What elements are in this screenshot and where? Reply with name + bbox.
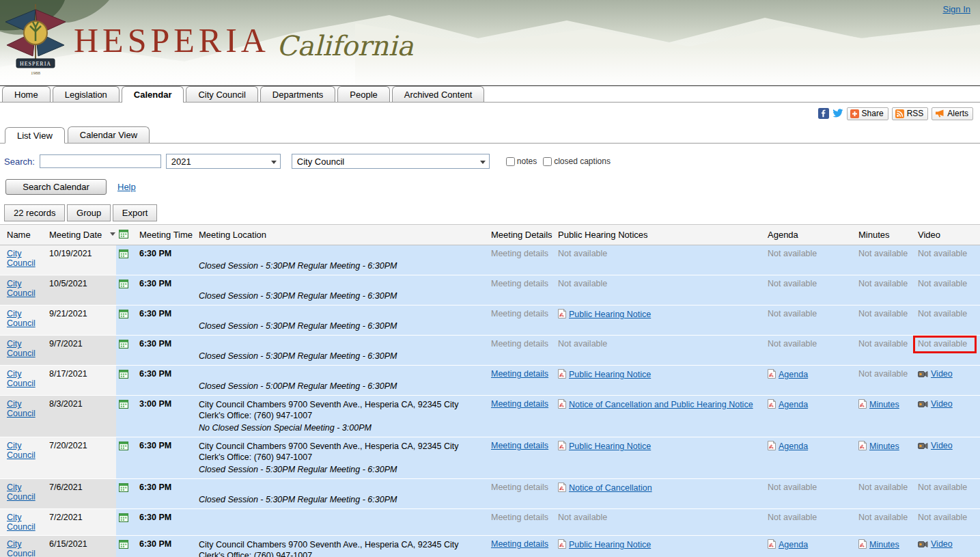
share-button[interactable]: Share: [847, 107, 888, 120]
alerts-button[interactable]: Alerts: [932, 107, 973, 120]
export-calendar-icon[interactable]: [119, 309, 128, 321]
help-link[interactable]: Help: [117, 182, 136, 192]
minutes-link[interactable]: Minutes: [869, 441, 899, 451]
meeting-location-note: Closed Session - 5:30PM Regular Meeting …: [199, 464, 486, 475]
agenda-link[interactable]: Agenda: [779, 441, 808, 451]
export-calendar-icon[interactable]: [119, 399, 128, 411]
agenda-link[interactable]: Agenda: [779, 540, 808, 549]
export-calendar-icon[interactable]: [119, 513, 128, 524]
agenda-link[interactable]: Agenda: [779, 370, 808, 379]
table-header-row: Name Meeting Date Meeting Time Meeting L…: [0, 225, 980, 245]
nav-tab-archived-content[interactable]: Archived Content: [392, 86, 485, 102]
public-hearing-notice-link[interactable]: Public Hearing Notice: [569, 370, 651, 379]
export-calendar-icon[interactable]: [119, 249, 128, 260]
col-header-meeting-location[interactable]: Meeting Location: [196, 225, 488, 245]
meeting-name-link[interactable]: City Council: [7, 369, 36, 388]
export-calendar-icon[interactable]: [119, 441, 128, 452]
meeting-details-link[interactable]: Meeting details: [491, 399, 548, 409]
minutes-link[interactable]: Minutes: [869, 540, 899, 549]
meeting-name-link[interactable]: City Council: [7, 309, 36, 328]
calendar-table: Name Meeting Date Meeting Time Meeting L…: [0, 224, 980, 557]
meeting-location: [199, 513, 486, 523]
table-row: City Council 7/20/2021 6:30 PM City Coun…: [0, 437, 980, 479]
meeting-details-link[interactable]: Meeting details: [491, 441, 548, 450]
video-link[interactable]: Video: [931, 369, 953, 379]
meeting-name-link[interactable]: City Council: [7, 279, 36, 298]
year-dropdown[interactable]: 2021: [166, 154, 281, 169]
tab-list-view[interactable]: List View: [5, 127, 65, 144]
meeting-location: [199, 309, 486, 319]
chevron-down-icon: [480, 161, 486, 167]
meeting-time: 6:30 PM: [137, 336, 196, 366]
nav-tab-legislation[interactable]: Legislation: [53, 86, 120, 102]
col-header-minutes[interactable]: Minutes: [856, 225, 915, 245]
minutes-link[interactable]: Minutes: [869, 400, 899, 409]
nav-tab-departments[interactable]: Departments: [260, 86, 335, 102]
twitter-icon[interactable]: [832, 108, 843, 119]
table-row: City Council 9/21/2021 6:30 PM Closed Se…: [0, 305, 980, 336]
rss-button[interactable]: RSS: [892, 107, 929, 120]
table-row: City Council 10/5/2021 6:30 PM Closed Se…: [0, 275, 980, 305]
meeting-name-link[interactable]: City Council: [7, 399, 36, 418]
public-hearing-notice-link[interactable]: Notice of Cancellation and Public Hearin…: [569, 400, 753, 409]
export-calendar-icon[interactable]: [119, 483, 128, 494]
export-calendar-icon[interactable]: [119, 539, 128, 551]
tab-calendar-view[interactable]: Calendar View: [68, 126, 150, 143]
col-header-meeting-time[interactable]: Meeting Time: [137, 225, 196, 245]
nav-tab-home[interactable]: Home: [2, 86, 51, 102]
closed-captions-checkbox[interactable]: [543, 157, 552, 166]
meeting-date: 6/15/2021: [49, 539, 87, 549]
meeting-name-link[interactable]: City Council: [7, 539, 36, 557]
meeting-details-link[interactable]: Meeting details: [491, 539, 548, 549]
body-dropdown[interactable]: City Council: [292, 154, 490, 169]
public-hearing-notice-link[interactable]: Notice of Cancellation: [569, 483, 652, 493]
agenda-not-available: Not available: [768, 279, 817, 288]
public-hearing-notice-link[interactable]: Public Hearing Notice: [569, 540, 651, 549]
col-header-agenda[interactable]: Agenda: [765, 225, 856, 245]
col-header-video[interactable]: Video: [915, 225, 980, 245]
public-hearing-notice-link[interactable]: Public Hearing Notice: [569, 310, 651, 319]
meeting-location-note: Closed Session - 5:30PM Regular Meeting …: [199, 290, 486, 301]
meeting-location-note: Closed Session - 5:30PM Regular Meeting …: [199, 494, 486, 505]
nav-tab-people[interactable]: People: [337, 86, 389, 102]
agenda-link[interactable]: Agenda: [779, 400, 808, 409]
search-input[interactable]: [40, 154, 161, 168]
export-button[interactable]: Export: [113, 204, 158, 221]
records-count: 22 records: [4, 204, 65, 221]
col-header-meeting-date[interactable]: Meeting Date: [46, 225, 116, 245]
share-label: Share: [862, 109, 884, 118]
video-not-available: Not available: [918, 249, 967, 258]
meeting-details-link[interactable]: Meeting details: [491, 369, 548, 379]
nav-tab-label: People: [350, 90, 377, 100]
video-link[interactable]: Video: [931, 539, 953, 549]
video-link[interactable]: Video: [931, 441, 953, 450]
minutes-not-available: Not available: [858, 309, 908, 318]
meeting-name-link[interactable]: City Council: [7, 249, 36, 268]
col-header-public-hearing-notices[interactable]: Public Hearing Notices: [555, 225, 765, 245]
public-hearing-notice-link[interactable]: Public Hearing Notice: [569, 441, 651, 451]
notes-checkbox[interactable]: [506, 157, 515, 166]
pdf-icon: [558, 309, 566, 321]
nav-tab-calendar[interactable]: Calendar: [122, 86, 184, 103]
sign-in-link[interactable]: Sign In: [943, 4, 970, 14]
export-calendar-icon[interactable]: [119, 279, 128, 290]
meeting-date: 8/17/2021: [49, 369, 87, 379]
group-button[interactable]: Group: [67, 204, 111, 221]
col-header-meeting-details[interactable]: Meeting Details: [488, 225, 555, 245]
meeting-name-link[interactable]: City Council: [7, 441, 36, 460]
pdf-icon: [858, 441, 867, 452]
meeting-name-link[interactable]: City Council: [7, 483, 36, 502]
notes-checkbox-group: notes: [506, 157, 537, 166]
meeting-name-link[interactable]: City Council: [7, 513, 36, 532]
meeting-name-link[interactable]: City Council: [7, 339, 36, 358]
nav-tab-city-council[interactable]: City Council: [186, 86, 257, 102]
agenda-not-available: Not available: [768, 249, 817, 258]
closed-captions-checkbox-group: closed captions: [543, 157, 611, 166]
search-calendar-button[interactable]: Search Calendar: [5, 179, 107, 195]
export-calendar-icon[interactable]: [119, 369, 128, 381]
col-header-name[interactable]: Name: [0, 225, 46, 245]
facebook-icon[interactable]: [818, 108, 829, 119]
minutes-not-available: Not available: [858, 513, 908, 522]
export-calendar-icon[interactable]: [119, 339, 128, 351]
video-link[interactable]: Video: [931, 399, 953, 409]
